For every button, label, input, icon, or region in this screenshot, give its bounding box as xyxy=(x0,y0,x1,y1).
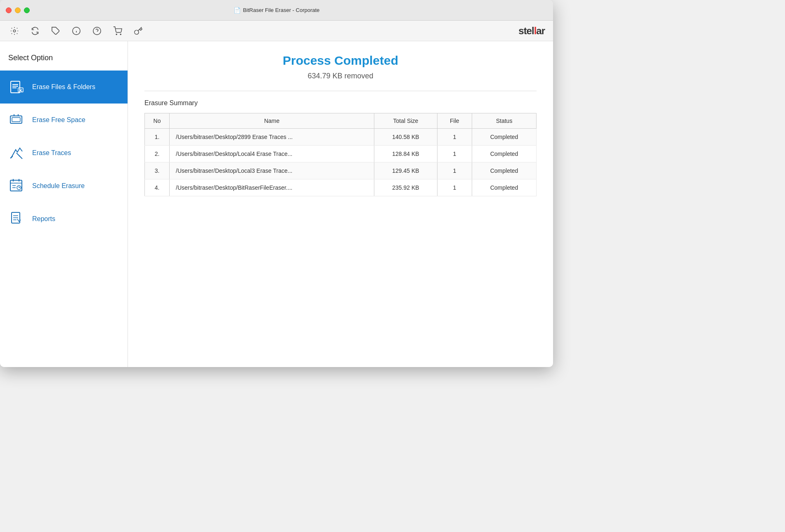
sidebar-item-schedule-erasure[interactable]: Schedule Erasure xyxy=(0,169,128,202)
sidebar-item-label-erase-traces: Erase Traces xyxy=(32,149,71,157)
erase-traces-icon xyxy=(8,144,25,162)
cell-size: 129.45 KB xyxy=(374,162,437,179)
sidebar-item-label-erase-free-space: Erase Free Space xyxy=(32,116,85,124)
cell-file: 1 xyxy=(437,146,472,162)
table-header-size: Total Size xyxy=(374,113,437,129)
cell-status: Completed xyxy=(472,162,537,179)
toolbar: stellar xyxy=(0,21,553,41)
table-row: 3. /Users/bitraser/Desktop/Local3 Erase … xyxy=(145,162,537,179)
table-row: 2. /Users/bitraser/Desktop/Local4 Erase … xyxy=(145,146,537,162)
cell-name: /Users/bitraser/Desktop/BitRaserFileEras… xyxy=(170,179,374,196)
table-header-file: File xyxy=(437,113,472,129)
toolbar-icons xyxy=(8,25,144,37)
cell-file: 1 xyxy=(437,129,472,146)
schedule-erasure-icon xyxy=(8,177,25,195)
erase-files-icon xyxy=(8,78,25,96)
cell-no: 2. xyxy=(145,146,170,162)
sidebar-item-erase-free-space[interactable]: Erase Free Space xyxy=(0,104,128,137)
sidebar-item-reports[interactable]: Reports xyxy=(0,202,128,235)
sidebar-item-label-erase-files: Erase Files & Folders xyxy=(32,83,95,91)
process-subtitle: 634.79 KB removed xyxy=(144,72,537,80)
cell-name: /Users/bitraser/Desktop/2899 Erase Trace… xyxy=(170,129,374,146)
svg-point-7 xyxy=(116,34,117,35)
close-button[interactable] xyxy=(6,7,12,13)
stellar-logo: stellar xyxy=(518,25,545,37)
main-layout: Select Option Erase Files & Folders xyxy=(0,41,553,367)
erasure-table: No Name Total Size File Status 1. /Users… xyxy=(144,113,537,196)
table-row: 1. /Users/bitraser/Desktop/2899 Erase Tr… xyxy=(145,129,537,146)
sidebar-title: Select Option xyxy=(0,49,128,71)
sidebar-item-label-reports: Reports xyxy=(32,215,55,223)
cell-file: 1 xyxy=(437,179,472,196)
svg-point-8 xyxy=(120,34,121,35)
sidebar-item-erase-traces[interactable]: Erase Traces xyxy=(0,137,128,169)
sidebar-item-label-schedule-erasure: Schedule Erasure xyxy=(32,182,85,190)
minimize-button[interactable] xyxy=(15,7,21,13)
cell-name: /Users/bitraser/Desktop/Local4 Erase Tra… xyxy=(170,146,374,162)
maximize-button[interactable] xyxy=(24,7,30,13)
info-icon[interactable] xyxy=(70,25,83,37)
cell-size: 128.84 KB xyxy=(374,146,437,162)
cell-no: 3. xyxy=(145,162,170,179)
cell-name: /Users/bitraser/Desktop/Local3 Erase Tra… xyxy=(170,162,374,179)
traffic-lights xyxy=(6,7,30,13)
tag-icon[interactable] xyxy=(50,25,62,37)
refresh-icon[interactable] xyxy=(29,25,41,37)
cell-no: 1. xyxy=(145,129,170,146)
title-icon: 📄 xyxy=(234,7,241,14)
divider xyxy=(144,91,537,91)
cart-icon[interactable] xyxy=(111,25,124,37)
sidebar: Select Option Erase Files & Folders xyxy=(0,41,128,367)
cell-no: 4. xyxy=(145,179,170,196)
svg-line-21 xyxy=(19,155,22,159)
cell-file: 1 xyxy=(437,162,472,179)
process-title: Process Completed xyxy=(144,54,537,68)
table-header-name: Name xyxy=(170,113,374,129)
cell-status: Completed xyxy=(472,179,537,196)
sidebar-item-erase-files[interactable]: Erase Files & Folders xyxy=(0,71,128,104)
settings-icon[interactable] xyxy=(8,25,21,37)
erase-free-space-icon xyxy=(8,111,25,129)
table-header-status: Status xyxy=(472,113,537,129)
key-icon[interactable] xyxy=(132,25,144,37)
cell-size: 140.58 KB xyxy=(374,129,437,146)
window-title: 📄 BitRaser File Eraser - Corporate xyxy=(234,7,320,14)
cell-size: 235.92 KB xyxy=(374,179,437,196)
reports-icon xyxy=(8,210,25,228)
svg-rect-17 xyxy=(12,118,20,122)
svg-point-0 xyxy=(13,30,16,32)
content-area: Process Completed 634.79 KB removed Eras… xyxy=(128,41,553,367)
table-header-no: No xyxy=(145,113,170,129)
section-title: Erasure Summary xyxy=(144,99,537,107)
title-bar: 📄 BitRaser File Eraser - Corporate xyxy=(0,0,553,21)
cell-status: Completed xyxy=(472,146,537,162)
help-icon[interactable] xyxy=(91,25,103,37)
table-row: 4. /Users/bitraser/Desktop/BitRaserFileE… xyxy=(145,179,537,196)
svg-point-5 xyxy=(93,27,101,34)
cell-status: Completed xyxy=(472,129,537,146)
